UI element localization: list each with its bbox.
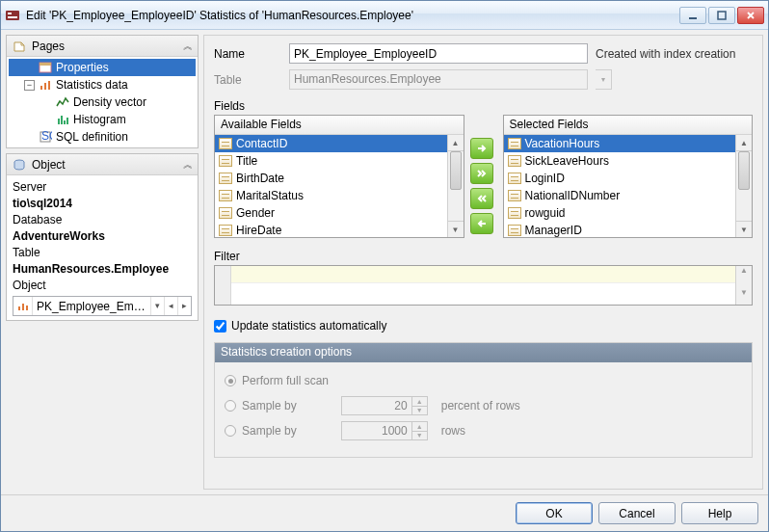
tree-node-sql-definition[interactable]: SQL SQL definition [9,128,196,146]
filter-editor[interactable]: ▲ ▼ [214,265,753,306]
list-item[interactable]: MaritalStatus [215,187,464,204]
list-item[interactable]: SickLeaveHours [504,152,753,170]
move-right-button[interactable] [470,138,493,159]
pages-panel: Pages ︽ Properties − Statistics data D [6,35,199,148]
radio-sample-rows-label: Sample by [242,424,297,438]
svg-rect-17 [18,306,20,310]
svg-rect-2 [8,16,17,18]
radio-sample-percent-label: Sample by [242,399,297,412]
pages-panel-header[interactable]: Pages ︽ [7,36,198,57]
selected-fields-list[interactable]: Selected Fields VacationHoursSickLeaveHo… [503,115,754,238]
help-button[interactable]: Help [681,502,758,524]
object-panel-header[interactable]: Object ︽ [7,154,198,175]
tree-node-density-vector[interactable]: Density vector [9,93,196,111]
sample-percent-unit: percent of rows [441,399,520,412]
list-item-label: rowguid [525,206,566,220]
list-item[interactable]: Title [215,152,464,170]
column-icon [508,138,521,149]
maximize-button[interactable] [708,7,735,24]
column-icon [508,207,521,219]
scroll-down-icon[interactable]: ▼ [736,288,752,305]
object-combo[interactable]: PK_Employee_Emplo... ▾ ◂ ▸ [13,296,192,316]
column-icon [508,173,521,184]
column-icon [219,138,232,149]
list-item[interactable]: BirthDate [215,170,464,187]
collapse-icon[interactable]: ︽ [183,40,193,53]
list-item[interactable]: LoginID [504,170,753,187]
object-icon [12,157,27,173]
list-item[interactable]: HireDate [215,222,464,237]
properties-icon [38,60,53,75]
list-item-label: MaritalStatus [236,189,304,202]
object-label: Object [13,278,192,294]
histogram-icon [55,112,70,127]
tree-label: Density vector [73,95,146,109]
filter-text-line[interactable] [231,266,735,283]
list-item-label: ManagerID [525,224,582,237]
scrollbar[interactable]: ▲ ▼ [735,135,752,237]
server-label: Server [13,179,192,196]
list-item-label: ContactID [236,137,287,150]
pages-tree: Properties − Statistics data Density vec… [7,57,198,147]
collapse-icon[interactable]: ︽ [183,158,193,172]
list-item[interactable]: ManagerID [504,222,753,237]
server-value: tio\sql2014 [13,196,192,212]
column-icon [508,190,521,201]
close-button[interactable] [737,7,764,24]
tree-node-statistics-data[interactable]: − Statistics data [9,76,196,93]
table-value: HumanResources.Employee [13,261,192,278]
list-item-label: Title [236,154,257,168]
tree-label: Properties [56,61,109,74]
database-label: Database [13,212,192,228]
list-item-label: VacationHours [525,137,600,150]
scrollbar[interactable]: ▲ ▼ [447,135,464,237]
scrollbar[interactable]: ▲ ▼ [735,266,752,305]
cancel-button[interactable]: Cancel [598,502,676,524]
window-title: Edit 'PK_Employee_EmployeeID' Statistics… [26,9,679,22]
tree-node-histogram[interactable]: Histogram [9,111,196,128]
name-label: Name [214,47,281,61]
scroll-thumb[interactable] [450,151,462,190]
scroll-up-icon[interactable]: ▲ [448,135,464,151]
object-panel: Object ︽ Server tio\sql2014 Database Adv… [6,153,199,321]
svg-rect-13 [66,118,68,124]
list-item-label: Gender [236,206,275,220]
tree-label: Statistics data [56,78,128,92]
scroll-up-icon[interactable]: ▲ [736,135,752,151]
scroll-up-icon[interactable]: ▲ [736,266,752,282]
list-item[interactable]: NationalIDNumber [504,187,753,204]
move-left-button[interactable] [470,213,493,234]
list-item-label: BirthDate [236,172,284,185]
available-fields-list[interactable]: Available Fields ContactIDTitleBirthDate… [214,115,464,238]
minimize-button[interactable] [679,7,706,24]
scroll-down-icon[interactable]: ▼ [448,221,464,237]
svg-rect-4 [718,12,726,19]
svg-rect-9 [48,81,50,90]
ok-button[interactable]: OK [516,502,593,524]
sample-rows-unit: rows [441,424,465,438]
list-item[interactable]: VacationHours [504,135,753,152]
list-item[interactable]: Gender [215,204,464,222]
combo-dropdown-icon[interactable]: ▾ [150,297,164,315]
scroll-thumb[interactable] [738,151,750,190]
move-all-left-button[interactable] [470,188,493,209]
combo-next-icon[interactable]: ▸ [177,297,191,315]
combo-prev-icon[interactable]: ◂ [164,297,177,315]
move-all-right-button[interactable] [470,163,493,184]
name-input[interactable] [289,43,588,64]
update-stats-checkbox[interactable] [214,320,226,332]
scroll-down-icon[interactable]: ▼ [736,221,752,237]
list-item-label: HireDate [236,224,281,237]
object-panel-title: Object [32,158,66,172]
svg-text:SQL: SQL [41,130,52,143]
list-item[interactable]: rowguid [504,204,753,222]
list-item[interactable]: ContactID [215,135,464,152]
tree-node-properties[interactable]: Properties [9,59,196,76]
density-icon [55,94,70,110]
tree-toggle-collapse[interactable]: − [24,80,35,91]
spin-down-icon: ▼ [412,431,428,441]
database-value: AdventureWorks [13,228,192,245]
svg-rect-11 [61,116,63,124]
tree-label: Histogram [73,113,126,126]
sample-percent-input [341,396,412,415]
